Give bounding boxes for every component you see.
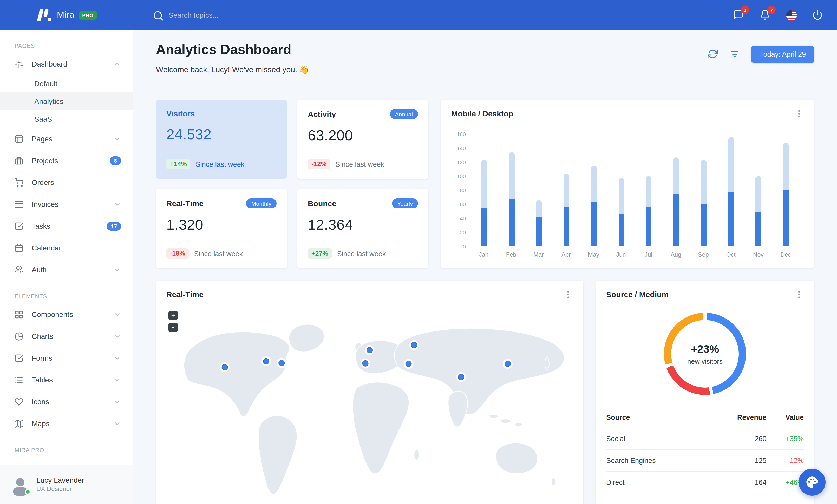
sidebar-item-orders[interactable]: Orders (0, 171, 132, 193)
notifications-bell-icon[interactable]: 7 (760, 10, 771, 21)
header-divider (156, 86, 814, 86)
table-row-social: Social260+35% (606, 428, 804, 450)
sidebar-subitem-saas[interactable]: SaaS (0, 110, 132, 128)
sidebar-item-invoices[interactable]: Invoices (0, 193, 132, 215)
map-marker[interactable] (222, 364, 228, 370)
more-options-icon[interactable] (795, 109, 804, 118)
sidebar-user-footer[interactable]: Lucy Lavender UX Designer (0, 465, 132, 504)
cell-revenue: 164 (707, 471, 767, 493)
y-axis-tick: 0 (450, 243, 466, 249)
y-axis-tick: 60 (450, 201, 466, 207)
stat-period-badge[interactable]: Annual (390, 109, 418, 119)
region-japan (545, 357, 549, 369)
bar-oct (728, 137, 734, 246)
icons-icon (15, 397, 23, 406)
sidebar-item-tasks[interactable]: Tasks17 (0, 215, 132, 237)
filter-icon[interactable] (730, 49, 740, 59)
sidebar-badge: 8 (110, 156, 121, 165)
sidebar-item-forms[interactable]: Forms (0, 347, 132, 369)
continent-africa (353, 382, 409, 474)
map-zoom-in-button[interactable]: + (168, 311, 178, 320)
world-map[interactable]: + - (156, 304, 583, 504)
sidebar-section-label: PAGES (0, 30, 132, 53)
bar-jun (618, 179, 624, 246)
more-options-icon[interactable] (795, 290, 804, 299)
palette-icon (805, 475, 819, 489)
source-medium-card: Source / Medium +23% new visitors (596, 281, 814, 504)
cell-source: Social (606, 428, 707, 450)
x-axis-label: Dec (772, 251, 800, 258)
sidebar-nav: PAGESDashboardDefaultAnalyticsSaaSPagesP… (0, 30, 132, 465)
bar-jul (646, 176, 652, 246)
region-indonesia (489, 414, 498, 418)
stat-change-badge: +14% (166, 159, 191, 169)
chevron-down-icon (113, 266, 121, 274)
bar-mar (536, 200, 542, 246)
date-range-button[interactable]: Today: April 29 (751, 45, 814, 62)
x-axis-label: Apr (552, 251, 580, 258)
search-input[interactable] (168, 11, 278, 19)
theme-settings-fab[interactable] (799, 469, 825, 496)
region-madagascar (414, 450, 419, 460)
map-marker[interactable] (458, 374, 464, 380)
x-axis-label: Aug (662, 251, 690, 258)
map-zoom-out-button[interactable]: - (168, 323, 178, 332)
sidebar-item-tables[interactable]: Tables (0, 369, 132, 391)
sidebar-item-pages[interactable]: Pages (0, 128, 132, 150)
map-marker[interactable] (362, 360, 368, 366)
sidebar-item-projects[interactable]: Projects8 (0, 150, 132, 171)
dashboard-icon (15, 59, 23, 68)
map-marker[interactable] (263, 358, 269, 364)
stat-value: 12.364 (308, 217, 418, 233)
stat-caption: Since last week (335, 160, 384, 168)
map-marker[interactable] (406, 361, 411, 367)
stat-period-badge[interactable]: Yearly (392, 199, 418, 208)
chevron-down-icon (113, 135, 121, 143)
sidebar-item-maps[interactable]: Maps (0, 413, 132, 434)
sidebar-item-auth[interactable]: Auth (0, 259, 132, 281)
bar-sep (701, 160, 707, 246)
sign-out-power-icon[interactable] (812, 10, 823, 21)
sidebar-subitem-default[interactable]: Default (0, 75, 132, 93)
avatar (11, 474, 30, 494)
x-axis-label: Jul (635, 251, 662, 258)
brand[interactable]: Mira PRO (0, 9, 133, 21)
refresh-icon[interactable] (708, 49, 718, 59)
x-axis-label: Sep (690, 251, 717, 258)
donut-chart: +23% new visitors (664, 313, 746, 395)
region-india (448, 391, 468, 427)
search-box (153, 11, 278, 20)
bar-apr (564, 173, 569, 246)
world-map-svg (156, 304, 583, 504)
more-options-icon[interactable] (564, 290, 573, 299)
sidebar-item-components[interactable]: Components (0, 303, 132, 325)
y-axis-tick: 80 (450, 187, 466, 193)
sidebar-item-charts[interactable]: Charts (0, 325, 132, 347)
cell-value: -12% (767, 450, 804, 471)
cell-revenue: 260 (707, 428, 767, 450)
sidebar-subitem-analytics[interactable]: Analytics (0, 93, 132, 110)
map-marker[interactable] (367, 347, 373, 353)
map-marker[interactable] (411, 342, 417, 348)
bar-feb (509, 152, 514, 246)
invoices-icon (15, 200, 23, 209)
stat-card-activity: Activity Annual 63.200 -12% Since last w… (297, 100, 428, 179)
welcome-text: Welcome back, Lucy! We've missed you. 👋 (156, 65, 309, 74)
sidebar-item-icons[interactable]: Icons (0, 391, 132, 413)
orders-icon (15, 178, 23, 187)
pro-badge: PRO (79, 11, 96, 19)
stat-value: 24.532 (166, 126, 277, 143)
sidebar-item-dashboard[interactable]: Dashboard (0, 53, 132, 75)
map-marker[interactable] (279, 360, 284, 366)
stat-period-badge[interactable]: Monthly (246, 199, 277, 208)
map-marker[interactable] (505, 361, 511, 367)
tasks-icon (15, 222, 23, 230)
column-header-revenue: Revenue (707, 408, 767, 428)
sidebar-item-calendar[interactable]: Calendar (0, 237, 132, 259)
search-icon (153, 11, 162, 20)
table-row-search-engines: Search Engines125-12% (606, 450, 804, 471)
messages-icon[interactable]: 3 (733, 10, 745, 21)
stat-value: 63.200 (308, 127, 418, 144)
language-flag-us[interactable] (786, 10, 797, 20)
projects-icon (15, 156, 23, 165)
